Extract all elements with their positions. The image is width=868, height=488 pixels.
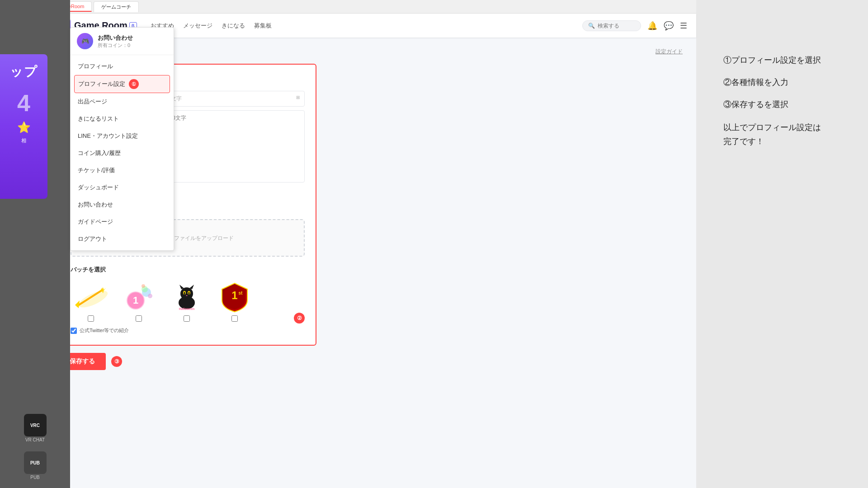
badge-checkbox-3[interactable] [184,315,190,322]
dropdown-menu: プロフィール プロフィール設定 ① 出品ページ きになるリスト LINE・アカウ… [71,55,174,250]
badge-checkbox-2[interactable] [136,315,142,322]
search-input[interactable] [598,23,635,29]
menu-item-dashboard-label: ダッシュボード [78,183,119,192]
svg-marker-20 [179,285,184,289]
badge-item-4: 1 st [214,281,255,322]
search-box[interactable]: 🔍 [582,20,641,31]
save-badge: ③ [111,356,122,367]
badge-img-1 [71,281,111,313]
menu-item-tickets[interactable]: チケット/評価 [71,162,174,179]
svg-text:Halloween: Halloween [179,307,194,310]
menu-item-profile-label: プロフィール [78,62,113,70]
nav-link-watchlist[interactable]: きになる [222,22,245,30]
settings-guide-link[interactable]: 設定ガイド [656,48,683,56]
svg-point-17 [142,284,145,288]
badge-checkbox-1[interactable] [88,315,94,322]
dropdown-username: お問い合わせ [98,34,167,42]
svg-point-19 [180,287,193,300]
badge-item-1 [71,281,111,322]
dropdown-avatar: 🎮 [77,33,93,49]
instruction-step3: ③保存するを選択 [723,99,868,111]
menu-item-logout-label: ログアウト [78,235,107,243]
tab-gamecoach[interactable]: ゲームコーチ [94,1,139,12]
expand-icon[interactable]: ⊞ [296,95,300,100]
instruction-final: 以上でプロフィール設定は完了です！ [723,121,868,148]
menu-item-guide-label: ガイドページ [78,218,113,226]
menu-item-logout[interactable]: ログアウト [71,230,174,248]
menu-item-coins[interactable]: コイン購入/履歴 [71,145,174,162]
menu-item-line-settings[interactable]: LINE・アカウント設定 [71,127,174,145]
svg-point-24 [184,292,185,295]
menu-item-dashboard[interactable]: ダッシュボード [71,179,174,196]
menu-item-profile-settings-label: プロフィール設定 [78,80,125,88]
save-btn-row: 保存する ③ [59,353,683,370]
badge-item-3: Halloween [166,281,207,322]
svg-point-9 [76,287,110,310]
twitter-checkbox[interactable] [71,328,77,334]
section2-badge: ② [294,313,305,324]
menu-item-profile[interactable]: プロフィール [71,58,174,75]
svg-point-10 [102,286,104,288]
vrchat-taskbar-item[interactable]: VRC VR CHAT [20,410,50,446]
badge-section-title: バッチを選択 [71,266,305,274]
menu-item-listings[interactable]: 出品ページ [71,93,174,110]
menu-item-tickets-label: チケット/評価 [78,166,115,174]
svg-text:1: 1 [133,295,138,306]
search-icon: 🔍 [588,23,595,29]
instructions-panel: ①プロフィール設定を選択 ②各種情報を入力 ③保存するを選択 以上でプロフィール… [723,0,868,488]
instruction-step1: ①プロフィール設定を選択 [723,54,868,66]
badge-img-4: 1 st [214,281,255,313]
taskbar: VRC VR CHAT PUB PUB [0,410,70,488]
dropdown-user-info: お問い合わせ 所有コイン：0 [98,34,167,49]
instruction-step2: ②各種情報を入力 [723,76,868,89]
menu-item-profile-settings[interactable]: プロフィール設定 ① [74,75,170,93]
badge-item-2: 1 [118,281,159,322]
pub-icon: PUB [24,451,47,474]
svg-point-25 [188,292,189,295]
dropdown-header: 🎮 お問い合わせ 所有コイン：0 [71,28,174,55]
twitter-row: 公式Twitter等での紹介 [71,327,305,334]
ai-text: 相 [21,137,26,144]
nav-link-board[interactable]: 募集板 [254,22,272,30]
purple-banner: ップ 4 ⭐ 相 [0,54,47,199]
nav-link-messages[interactable]: メッセージ [183,22,212,30]
svg-text:st: st [238,291,243,296]
svg-point-16 [148,294,152,298]
menu-item-watchlist[interactable]: きになるリスト [71,110,174,127]
menu-icon[interactable]: ☰ [680,21,687,31]
menu-item-guide[interactable]: ガイドページ [71,213,174,230]
svg-text:1: 1 [231,289,237,301]
twitter-label: 公式Twitter等での紹介 [80,327,129,334]
menu-item-listings-label: 出品ページ [78,98,107,106]
star-icon: ⭐ [17,121,31,134]
badge-section: バッチを選択 [71,266,305,334]
up-text: ップ [10,63,38,80]
dropdown-coins: 所有コイン：0 [98,42,167,49]
pub-label: PUB [30,475,40,480]
bell-icon[interactable]: 🔔 [647,21,657,31]
menu-item-contact[interactable]: お問い合わせ [71,196,174,213]
tab-gamecoach-label: ゲームコーチ [101,4,131,9]
menu-item-coins-label: コイン購入/履歴 [78,149,121,157]
menu-item-watchlist-label: きになるリスト [78,115,119,123]
browser-tabs: GameRoom ゲームコーチ [45,0,696,14]
vrchat-icon: VRC [24,414,47,436]
dropdown-panel: 🎮 お問い合わせ 所有コイン：0 プロフィール プロフィール設定 ① 出品ページ… [70,27,174,251]
rank-number: 4 [17,89,30,117]
menu-item-contact-label: お問い合わせ [78,201,113,209]
svg-marker-21 [189,285,194,289]
nav-right: 🔍 🔔 💬 ☰ [582,20,687,31]
pub-taskbar-item[interactable]: PUB PUB [20,448,50,483]
menu-item-line-settings-label: LINE・アカウント設定 [78,132,138,140]
badge-img-2: 1 [118,281,159,313]
profile-settings-badge: ① [129,79,139,89]
chat-icon[interactable]: 💬 [664,21,674,31]
vrchat-label: VR CHAT [25,437,45,442]
badge-img-3: Halloween [166,281,207,313]
background-app: ップ 4 ⭐ 相 VRC VR CHAT PUB PUB [0,0,70,488]
badge-checkbox-4[interactable] [231,315,238,322]
